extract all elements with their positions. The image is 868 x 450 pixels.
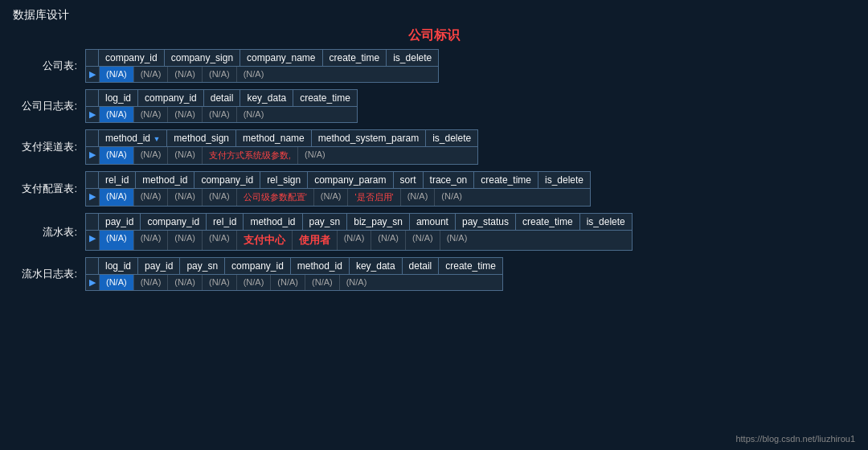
arrow-header — [86, 172, 99, 188]
col-cell-4-6: (N/A) — [338, 231, 372, 250]
col-cell-3-4: 公司级参数配置' — [237, 189, 314, 206]
col-header-4-0: pay_id — [99, 214, 141, 230]
col-header-5-2: pay_sn — [180, 258, 225, 274]
col-cell-3-8: (N/A) — [435, 189, 469, 206]
col-cell-2-1: (N/A) — [134, 147, 169, 164]
col-header-3-3: rel_sign — [260, 172, 308, 188]
col-cell-4-5: 使用者 — [293, 231, 338, 250]
col-cell-0-1: (N/A) — [134, 67, 169, 82]
col-header-2-1: method_sign — [167, 130, 236, 146]
col-header-5-3: company_id — [225, 258, 291, 274]
table-section-2: 支付渠道表:method_id ▼method_signmethod_namem… — [13, 129, 855, 165]
col-header-1-4: create_time — [293, 90, 357, 106]
col-header-0-1: company_sign — [165, 50, 240, 66]
col-cell-1-0: (N/A) — [100, 107, 134, 122]
table-section-1: 公司日志表:log_idcompany_iddetailkey_datacrea… — [13, 89, 855, 123]
table-label-1: 公司日志表: — [13, 99, 85, 113]
table-label-2: 支付渠道表: — [13, 140, 85, 154]
col-header-0-0: company_id — [99, 50, 165, 66]
col-cell-5-4: (N/A) — [237, 275, 272, 290]
col-header-5-4: method_id — [291, 258, 350, 274]
col-cell-4-7: (N/A) — [371, 231, 406, 250]
table-label-5: 流水日志表: — [13, 267, 85, 281]
col-header-0-2: company_name — [240, 50, 322, 66]
arrow-header — [86, 90, 99, 106]
table-section-5: 流水日志表:log_idpay_idpay_sncompany_idmethod… — [13, 257, 855, 291]
arrow-body: ▶ — [86, 275, 100, 290]
col-header-3-1: method_id — [136, 172, 194, 188]
col-header-1-3: key_data — [240, 90, 293, 106]
page-title: 数据库设计 — [0, 0, 868, 27]
col-header-4-6: amount — [410, 214, 456, 230]
col-header-1-0: log_id — [99, 90, 138, 106]
table-label-4: 流水表: — [13, 225, 85, 239]
col-header-5-6: detail — [403, 258, 440, 274]
col-header-2-4: is_delete — [426, 130, 477, 146]
col-header-4-4: pay_sn — [303, 214, 348, 230]
col-header-4-7: pay_status — [456, 214, 516, 230]
col-header-5-5: key_data — [350, 258, 403, 274]
col-header-3-4: company_param — [308, 172, 393, 188]
col-cell-4-9: (N/A) — [440, 231, 474, 250]
col-header-0-3: create_time — [323, 50, 387, 66]
section-title: 公司标识 — [13, 27, 855, 44]
col-cell-3-2: (N/A) — [168, 189, 203, 206]
col-header-3-0: rel_id — [99, 172, 136, 188]
col-header-2-0: method_id ▼ — [99, 130, 167, 146]
col-cell-4-1: (N/A) — [134, 231, 169, 250]
col-cell-0-0: (N/A) — [100, 67, 134, 82]
table-section-3: 支付配置表:rel_idmethod_idcompany_idrel_signc… — [13, 171, 855, 207]
col-header-3-8: is_delete — [538, 172, 590, 188]
col-header-4-1: company_id — [141, 214, 207, 230]
col-cell-5-6: (N/A) — [305, 275, 340, 290]
db-table-2: method_id ▼method_signmethod_namemethod_… — [85, 129, 478, 165]
db-table-1: log_idcompany_iddetailkey_datacreate_tim… — [85, 89, 358, 123]
col-header-3-6: trace_on — [424, 172, 475, 188]
col-cell-0-2: (N/A) — [168, 67, 203, 82]
col-header-0-4: is_delete — [387, 50, 438, 66]
col-cell-5-3: (N/A) — [203, 275, 237, 290]
arrow-header — [86, 258, 99, 274]
col-header-3-7: create_time — [474, 172, 538, 188]
col-cell-4-3: (N/A) — [203, 231, 237, 250]
arrow-body: ▶ — [86, 189, 100, 206]
col-cell-3-3: (N/A) — [203, 189, 237, 206]
col-cell-5-2: (N/A) — [168, 275, 203, 290]
col-cell-1-2: (N/A) — [168, 107, 203, 122]
col-header-2-3: method_system_param — [312, 130, 426, 146]
col-cell-4-0: (N/A) — [100, 231, 134, 250]
db-table-4: pay_idcompany_idrel_idmethod_idpay_snbiz… — [85, 213, 633, 251]
col-cell-0-3: (N/A) — [203, 67, 237, 82]
arrow-header — [86, 130, 99, 146]
arrow-body: ▶ — [86, 107, 100, 122]
col-cell-5-7: (N/A) — [340, 275, 374, 290]
bottom-link: https://blog.csdn.net/liuzhirou1 — [735, 434, 855, 444]
col-cell-1-1: (N/A) — [134, 107, 169, 122]
col-header-1-2: detail — [204, 90, 241, 106]
arrow-body: ▶ — [86, 231, 100, 250]
db-table-0: company_idcompany_signcompany_namecreate… — [85, 49, 439, 83]
col-cell-2-0: (N/A) — [100, 147, 134, 164]
col-cell-3-6: '是否启用' — [348, 189, 400, 206]
col-cell-4-4: 支付中心 — [237, 231, 293, 250]
col-header-4-5: biz_pay_sn — [347, 214, 410, 230]
col-cell-2-2: (N/A) — [168, 147, 203, 164]
table-section-4: 流水表:pay_idcompany_idrel_idmethod_idpay_s… — [13, 213, 855, 251]
col-cell-3-0: (N/A) — [100, 189, 134, 206]
col-cell-1-3: (N/A) — [203, 107, 237, 122]
col-cell-3-5: (N/A) — [314, 189, 349, 206]
db-table-5: log_idpay_idpay_sncompany_idmethod_idkey… — [85, 257, 503, 291]
table-section-0: 公司表:company_idcompany_signcompany_namecr… — [13, 49, 855, 83]
arrow-header — [86, 214, 99, 230]
col-header-5-7: create_time — [439, 258, 502, 274]
col-header-3-2: company_id — [194, 172, 260, 188]
col-cell-2-4: (N/A) — [298, 147, 332, 164]
arrow-body: ▶ — [86, 67, 100, 82]
col-cell-1-4: (N/A) — [237, 107, 271, 122]
col-cell-2-3: 支付方式系统级参数, — [203, 147, 298, 164]
col-cell-5-5: (N/A) — [271, 275, 305, 290]
col-header-4-2: rel_id — [207, 214, 244, 230]
col-header-4-3: method_id — [244, 214, 302, 230]
col-cell-4-2: (N/A) — [168, 231, 203, 250]
col-cell-4-8: (N/A) — [406, 231, 440, 250]
